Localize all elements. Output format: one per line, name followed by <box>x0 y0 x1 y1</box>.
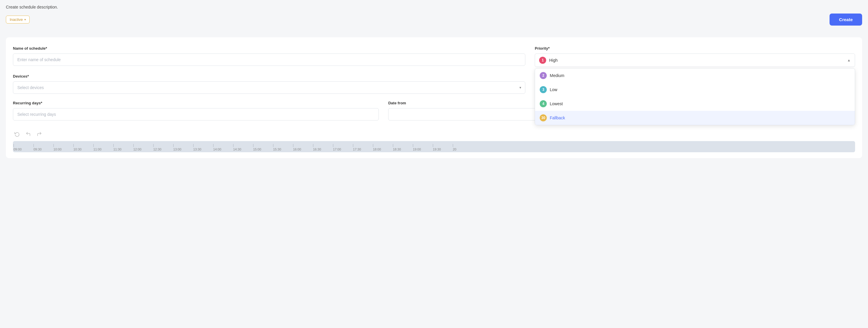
timeline-redo-button[interactable] <box>35 130 43 138</box>
devices-label: Devices* <box>13 74 525 79</box>
tick-label: 17:00 <box>333 148 341 151</box>
tick-label: 09:30 <box>33 148 42 151</box>
timeline-controls <box>13 127 855 140</box>
timeline-tick: 18:00 <box>372 141 392 152</box>
tick-label: 15:30 <box>273 148 281 151</box>
recurring-input[interactable] <box>13 108 379 120</box>
recurring-group: Recurring days* <box>13 101 379 120</box>
tick-label: 11:00 <box>93 148 102 151</box>
priority-fallback-label: Fallback <box>550 116 565 120</box>
priority-select[interactable]: 1 High ▲ <box>535 54 855 67</box>
tick-label: 16:00 <box>293 148 301 151</box>
tick-line <box>393 144 393 147</box>
page-description: Create schedule description. <box>6 5 862 9</box>
priority-low-label: Low <box>550 87 557 92</box>
timeline-tick: 10:00 <box>53 141 73 152</box>
priority-group: Priority* 1 High ▲ 2 Medium 3 Low <box>535 46 855 67</box>
tick-label: 19:30 <box>433 148 441 151</box>
tick-line <box>93 144 94 147</box>
tick-line <box>233 144 234 147</box>
priority-badge-medium: 2 <box>540 72 547 79</box>
timeline-tick: 11:00 <box>93 141 113 152</box>
tick-label: 11:30 <box>113 148 122 151</box>
timeline-tick: 17:30 <box>352 141 372 152</box>
timeline-reset-button[interactable] <box>13 130 21 138</box>
priority-badge-low: 3 <box>540 86 547 93</box>
priority-medium-label: Medium <box>550 73 564 78</box>
tick-line <box>193 144 193 147</box>
tick-label: 19:00 <box>413 148 421 151</box>
create-button[interactable]: Create <box>830 13 862 26</box>
priority-selected-label: High <box>549 58 558 63</box>
timeline-tick: 20 <box>452 141 472 152</box>
tick-line <box>353 144 353 147</box>
tick-label: 13:00 <box>173 148 182 151</box>
tick-line <box>13 144 14 147</box>
tick-line <box>173 144 174 147</box>
timeline-tick: 13:00 <box>173 141 193 152</box>
timeline-ticks: 09:00 09:30 10:00 10:30 11:00 11:30 12:0… <box>13 141 855 152</box>
devices-group: Devices* ▾ <box>13 74 525 94</box>
name-group: Name of schedule* <box>13 46 525 66</box>
tick-label: 18:00 <box>373 148 381 151</box>
tick-line <box>453 144 453 147</box>
tick-label: 18:30 <box>393 148 401 151</box>
tick-label: 15:00 <box>253 148 261 151</box>
tick-label: 14:00 <box>213 148 221 151</box>
tick-label: 14:30 <box>233 148 241 151</box>
priority-option-fallback[interactable]: 30 Fallback <box>535 111 855 125</box>
priority-option-low[interactable]: 3 Low <box>535 83 855 97</box>
tick-label: 13:30 <box>193 148 202 151</box>
tick-line <box>273 144 273 147</box>
tick-line <box>213 144 214 147</box>
tick-label: 10:00 <box>54 148 62 151</box>
priority-badge-high: 1 <box>539 57 546 64</box>
timeline-tick: 14:30 <box>232 141 252 152</box>
tick-label: 12:30 <box>153 148 161 151</box>
timeline-tick: 16:00 <box>292 141 312 152</box>
timeline-tick: 13:30 <box>193 141 213 152</box>
name-label: Name of schedule* <box>13 46 525 51</box>
tick-line <box>133 144 134 147</box>
timeline-tick: 09:00 <box>13 141 33 152</box>
timeline-tick: 18:30 <box>392 141 412 152</box>
tick-line <box>253 144 253 147</box>
timeline-tick: 15:00 <box>252 141 273 152</box>
tick-label: 09:00 <box>13 148 22 151</box>
tick-line <box>313 144 313 147</box>
status-dropdown[interactable]: Inactive ▾ <box>6 16 30 24</box>
priority-badge-fallback: 30 <box>540 114 547 121</box>
timeline-tick: 10:30 <box>73 141 93 152</box>
timeline-tick: 11:30 <box>113 141 133 152</box>
tick-line <box>333 144 333 147</box>
timeline-tick: 19:00 <box>412 141 432 152</box>
timeline-tick: 19:30 <box>432 141 452 152</box>
devices-select-wrap: ▾ <box>13 82 525 94</box>
priority-dropdown: 2 Medium 3 Low 4 Lowest 30 Fallback <box>535 68 855 125</box>
tick-label: 17:30 <box>353 148 361 151</box>
timeline-tick: 12:30 <box>153 141 173 152</box>
timeline-tick: 14:00 <box>213 141 232 152</box>
tick-label: 12:00 <box>133 148 142 151</box>
timeline-undo-button[interactable] <box>24 130 32 138</box>
recurring-label: Recurring days* <box>13 101 379 105</box>
tick-label: 10:30 <box>73 148 82 151</box>
priority-option-lowest[interactable]: 4 Lowest <box>535 97 855 111</box>
form-area: Name of schedule* Priority* 1 High ▲ 2 M… <box>6 37 862 158</box>
tick-line <box>373 144 373 147</box>
name-input[interactable] <box>13 54 525 66</box>
timeline-tick: 17:00 <box>332 141 352 152</box>
timeline-tick: 12:00 <box>133 141 153 152</box>
priority-badge-lowest: 4 <box>540 100 547 107</box>
tick-line <box>153 144 154 147</box>
priority-option-medium[interactable]: 2 Medium <box>535 68 855 83</box>
devices-input[interactable] <box>13 82 525 94</box>
priority-chevron-up: ▲ <box>847 58 851 62</box>
tick-line <box>113 144 114 147</box>
tick-line <box>293 144 293 147</box>
tick-label: 16:30 <box>313 148 321 151</box>
tick-line <box>413 144 413 147</box>
tick-line <box>33 144 34 147</box>
timeline-bar: 09:00 09:30 10:00 10:30 11:00 11:30 12:0… <box>13 141 855 152</box>
timeline-tick: 16:30 <box>312 141 332 152</box>
